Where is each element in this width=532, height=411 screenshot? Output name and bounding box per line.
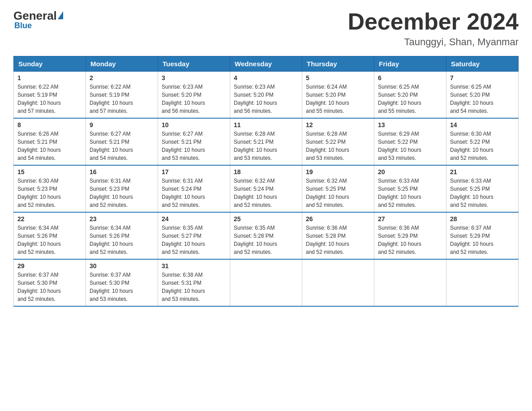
logo-blue-text: Blue: [14, 21, 32, 30]
day-number: 21: [450, 168, 515, 176]
calendar-day-cell: 15Sunrise: 6:30 AMSunset: 5:23 PMDayligh…: [14, 165, 86, 212]
calendar-day-cell: 29Sunrise: 6:37 AMSunset: 5:30 PMDayligh…: [14, 259, 86, 306]
day-number: 20: [378, 168, 442, 176]
calendar-day-cell: 5Sunrise: 6:24 AMSunset: 5:20 PMDaylight…: [302, 72, 374, 119]
day-number: 7: [450, 74, 515, 81]
weekday-header: Tuesday: [158, 56, 230, 72]
calendar-day-cell: 3Sunrise: 6:23 AMSunset: 5:20 PMDaylight…: [158, 72, 230, 119]
day-info: Sunrise: 6:36 AMSunset: 5:29 PMDaylight:…: [378, 224, 442, 256]
day-info: Sunrise: 6:22 AMSunset: 5:19 PMDaylight:…: [90, 83, 154, 115]
day-info: Sunrise: 6:36 AMSunset: 5:28 PMDaylight:…: [306, 224, 370, 256]
calendar-week-row: 1Sunrise: 6:22 AMSunset: 5:19 PMDaylight…: [14, 72, 519, 119]
day-info: Sunrise: 6:38 AMSunset: 5:31 PMDaylight:…: [162, 271, 226, 303]
weekday-header: Wednesday: [230, 56, 302, 72]
day-number: 16: [90, 168, 154, 176]
day-number: 17: [162, 168, 226, 176]
day-info: Sunrise: 6:27 AMSunset: 5:21 PMDaylight:…: [162, 130, 226, 162]
day-info: Sunrise: 6:33 AMSunset: 5:25 PMDaylight:…: [450, 177, 515, 209]
logo: General Blue: [13, 9, 63, 30]
calendar-day-cell: 26Sunrise: 6:36 AMSunset: 5:28 PMDayligh…: [302, 212, 374, 259]
day-number: 2: [90, 74, 154, 81]
day-info: Sunrise: 6:30 AMSunset: 5:23 PMDaylight:…: [17, 177, 82, 209]
calendar-day-cell: 9Sunrise: 6:27 AMSunset: 5:21 PMDaylight…: [86, 118, 158, 165]
day-info: Sunrise: 6:37 AMSunset: 5:29 PMDaylight:…: [450, 224, 515, 256]
title-area: December 2024 Taunggyi, Shan, Myanmar: [348, 9, 519, 48]
day-number: 14: [450, 121, 515, 128]
day-number: 9: [90, 121, 154, 128]
day-number: 15: [17, 168, 82, 176]
calendar-day-cell: [374, 259, 446, 306]
day-number: 12: [306, 121, 370, 128]
day-number: 25: [234, 215, 298, 223]
day-info: Sunrise: 6:34 AMSunset: 5:26 PMDaylight:…: [90, 224, 154, 256]
calendar-day-cell: 4Sunrise: 6:23 AMSunset: 5:20 PMDaylight…: [230, 72, 302, 119]
calendar-day-cell: 6Sunrise: 6:25 AMSunset: 5:20 PMDaylight…: [374, 72, 446, 119]
calendar-title: December 2024: [348, 9, 519, 34]
day-info: Sunrise: 6:37 AMSunset: 5:30 PMDaylight:…: [17, 271, 82, 303]
day-info: Sunrise: 6:31 AMSunset: 5:23 PMDaylight:…: [90, 177, 154, 209]
calendar-day-cell: 22Sunrise: 6:34 AMSunset: 5:26 PMDayligh…: [14, 212, 86, 259]
calendar-table: SundayMondayTuesdayWednesdayThursdayFrid…: [13, 56, 519, 307]
day-number: 8: [17, 121, 82, 128]
day-number: 27: [378, 215, 442, 223]
calendar-day-cell: [302, 259, 374, 306]
calendar-day-cell: 18Sunrise: 6:32 AMSunset: 5:24 PMDayligh…: [230, 165, 302, 212]
day-info: Sunrise: 6:31 AMSunset: 5:24 PMDaylight:…: [162, 177, 226, 209]
day-number: 6: [378, 74, 442, 81]
calendar-day-cell: 14Sunrise: 6:30 AMSunset: 5:22 PMDayligh…: [446, 118, 519, 165]
calendar-header-row: SundayMondayTuesdayWednesdayThursdayFrid…: [14, 56, 519, 72]
calendar-week-row: 15Sunrise: 6:30 AMSunset: 5:23 PMDayligh…: [14, 165, 519, 212]
calendar-day-cell: 10Sunrise: 6:27 AMSunset: 5:21 PMDayligh…: [158, 118, 230, 165]
calendar-day-cell: 21Sunrise: 6:33 AMSunset: 5:25 PMDayligh…: [446, 165, 519, 212]
weekday-header: Sunday: [14, 56, 86, 72]
day-number: 30: [90, 262, 154, 270]
calendar-day-cell: 24Sunrise: 6:35 AMSunset: 5:27 PMDayligh…: [158, 212, 230, 259]
day-number: 29: [17, 262, 82, 270]
day-number: 5: [306, 74, 370, 81]
calendar-day-cell: 1Sunrise: 6:22 AMSunset: 5:19 PMDaylight…: [14, 72, 86, 119]
day-number: 28: [450, 215, 515, 223]
calendar-day-cell: 30Sunrise: 6:37 AMSunset: 5:30 PMDayligh…: [86, 259, 158, 306]
day-info: Sunrise: 6:23 AMSunset: 5:20 PMDaylight:…: [162, 83, 226, 115]
day-number: 23: [90, 215, 154, 223]
day-info: Sunrise: 6:25 AMSunset: 5:20 PMDaylight:…: [378, 83, 442, 115]
page-header: General Blue December 2024 Taunggyi, Sha…: [13, 9, 519, 48]
calendar-day-cell: [446, 259, 519, 306]
calendar-day-cell: 27Sunrise: 6:36 AMSunset: 5:29 PMDayligh…: [374, 212, 446, 259]
day-info: Sunrise: 6:34 AMSunset: 5:26 PMDaylight:…: [17, 224, 82, 256]
calendar-day-cell: 25Sunrise: 6:35 AMSunset: 5:28 PMDayligh…: [230, 212, 302, 259]
day-info: Sunrise: 6:28 AMSunset: 5:21 PMDaylight:…: [234, 130, 298, 162]
day-number: 11: [234, 121, 298, 128]
day-info: Sunrise: 6:33 AMSunset: 5:25 PMDaylight:…: [378, 177, 442, 209]
day-info: Sunrise: 6:27 AMSunset: 5:21 PMDaylight:…: [90, 130, 154, 162]
calendar-week-row: 29Sunrise: 6:37 AMSunset: 5:30 PMDayligh…: [14, 259, 519, 306]
day-info: Sunrise: 6:23 AMSunset: 5:20 PMDaylight:…: [234, 83, 298, 115]
calendar-week-row: 8Sunrise: 6:26 AMSunset: 5:21 PMDaylight…: [14, 118, 519, 165]
day-number: 1: [17, 74, 82, 81]
calendar-day-cell: 12Sunrise: 6:28 AMSunset: 5:22 PMDayligh…: [302, 118, 374, 165]
day-number: 10: [162, 121, 226, 128]
calendar-subtitle: Taunggyi, Shan, Myanmar: [348, 36, 519, 48]
calendar-day-cell: 11Sunrise: 6:28 AMSunset: 5:21 PMDayligh…: [230, 118, 302, 165]
calendar-day-cell: 23Sunrise: 6:34 AMSunset: 5:26 PMDayligh…: [86, 212, 158, 259]
day-info: Sunrise: 6:32 AMSunset: 5:25 PMDaylight:…: [306, 177, 370, 209]
day-info: Sunrise: 6:29 AMSunset: 5:22 PMDaylight:…: [378, 130, 442, 162]
calendar-day-cell: 28Sunrise: 6:37 AMSunset: 5:29 PMDayligh…: [446, 212, 519, 259]
calendar-day-cell: 2Sunrise: 6:22 AMSunset: 5:19 PMDaylight…: [86, 72, 158, 119]
day-info: Sunrise: 6:25 AMSunset: 5:20 PMDaylight:…: [450, 83, 515, 115]
day-number: 24: [162, 215, 226, 223]
calendar-day-cell: 7Sunrise: 6:25 AMSunset: 5:20 PMDaylight…: [446, 72, 519, 119]
day-info: Sunrise: 6:35 AMSunset: 5:27 PMDaylight:…: [162, 224, 226, 256]
day-info: Sunrise: 6:24 AMSunset: 5:20 PMDaylight:…: [306, 83, 370, 115]
calendar-day-cell: 31Sunrise: 6:38 AMSunset: 5:31 PMDayligh…: [158, 259, 230, 306]
calendar-day-cell: 20Sunrise: 6:33 AMSunset: 5:25 PMDayligh…: [374, 165, 446, 212]
day-number: 4: [234, 74, 298, 81]
weekday-header: Friday: [374, 56, 446, 72]
logo-triangle-icon: [58, 11, 63, 19]
day-info: Sunrise: 6:22 AMSunset: 5:19 PMDaylight:…: [17, 83, 82, 115]
weekday-header: Thursday: [302, 56, 374, 72]
weekday-header: Monday: [86, 56, 158, 72]
day-number: 3: [162, 74, 226, 81]
day-number: 22: [17, 215, 82, 223]
calendar-day-cell: 19Sunrise: 6:32 AMSunset: 5:25 PMDayligh…: [302, 165, 374, 212]
